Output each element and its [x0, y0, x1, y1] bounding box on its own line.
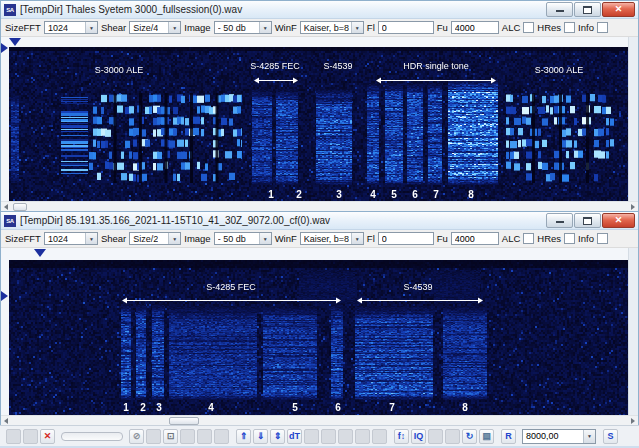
- tool-blank-3: [146, 429, 161, 444]
- tool-dt[interactable]: dT: [287, 429, 302, 444]
- fl-label: Fl: [367, 233, 375, 244]
- sa-logo-icon: SA: [4, 215, 16, 227]
- tool-blank-5: [197, 429, 212, 444]
- hres-checkbox[interactable]: [564, 233, 575, 244]
- tool-blank-2: [23, 429, 38, 444]
- minimize-icon: [556, 218, 564, 223]
- shear-select[interactable]: Size/4▼: [129, 21, 181, 34]
- image-label: Image: [184, 22, 210, 33]
- chevron-down-icon[interactable]: ▼: [351, 22, 363, 33]
- window-bottom: SA [TempDir] 85.191.35.166_2021-11-15T10…: [0, 211, 639, 425]
- winf-select[interactable]: Kaiser, b=8▼: [300, 232, 364, 245]
- freq-cursor-marker[interactable]: [1, 291, 8, 301]
- sa-logo-icon: SA: [4, 4, 16, 16]
- tool-blank-9: [338, 429, 353, 444]
- info-checkbox[interactable]: [597, 233, 608, 244]
- minimize-button[interactable]: [546, 2, 573, 17]
- fu-label: Fu: [437, 22, 448, 33]
- tool-blank-1: [6, 429, 21, 444]
- hres-label: HRes: [537, 22, 561, 33]
- fu-input[interactable]: [451, 21, 499, 34]
- window-top: SA [TempDir] Thales Syetem 3000_fullsess…: [0, 0, 639, 211]
- tool-blank-11: [372, 429, 387, 444]
- chevron-down-icon[interactable]: ▼: [583, 430, 595, 443]
- fl-label: Fl: [367, 22, 375, 33]
- right-margin: [628, 248, 638, 416]
- shear-label: Shear: [101, 233, 126, 244]
- info-label: Info: [578, 233, 594, 244]
- spectrogram-display[interactable]: [9, 47, 629, 202]
- window-title: [TempDir] Thales Syetem 3000_fullsession…: [20, 4, 546, 15]
- tool-samplerate[interactable]: 8000,00▼: [522, 429, 596, 444]
- titlebar-top[interactable]: SA [TempDir] Thales Syetem 3000_fullsess…: [1, 1, 638, 19]
- tool-frame[interactable]: ⊡: [163, 429, 178, 444]
- sizefft-select[interactable]: 1024▼: [44, 232, 98, 245]
- winf-label: WinF: [275, 233, 297, 244]
- minimize-button[interactable]: [546, 213, 573, 228]
- sizefft-label: SizeFFT: [5, 233, 41, 244]
- tool-scale-up[interactable]: ⇑: [236, 429, 251, 444]
- sizefft-select[interactable]: 1024▼: [44, 21, 98, 34]
- mdi-workspace: SA [TempDir] Thales Syetem 3000_fullsess…: [0, 0, 639, 448]
- maximize-icon: [583, 6, 592, 14]
- close-icon: ✕: [615, 5, 623, 14]
- tool-skip[interactable]: ⊘: [129, 429, 144, 444]
- chevron-down-icon[interactable]: ▼: [168, 22, 180, 33]
- tool-blank-12: [428, 429, 443, 444]
- alc-checkbox[interactable]: [523, 22, 534, 33]
- hres-checkbox[interactable]: [564, 22, 575, 33]
- tool-position-slider[interactable]: [61, 432, 123, 441]
- alc-label: ALC: [502, 233, 520, 244]
- tool-refresh[interactable]: ↻: [462, 429, 477, 444]
- freq-cursor-marker[interactable]: [1, 43, 8, 53]
- image-select[interactable]: - 50 db▼: [214, 21, 272, 34]
- toolbar-top: SizeFFT 1024▼ Shear Size/4▼ Image - 50 d…: [1, 19, 638, 37]
- chevron-down-icon[interactable]: ▼: [85, 22, 97, 33]
- tool-blank-6: [214, 429, 229, 444]
- right-margin: [628, 37, 638, 202]
- tool-iq[interactable]: IQ: [411, 429, 426, 444]
- tool-ft[interactable]: f↕: [394, 429, 409, 444]
- window-title: [TempDir] 85.191.35.166_2021-11-15T10_41…: [20, 215, 546, 226]
- fl-input[interactable]: [378, 232, 434, 245]
- tool-delete[interactable]: ✕: [40, 429, 55, 444]
- fu-input[interactable]: [451, 232, 499, 245]
- maximize-button[interactable]: [574, 213, 601, 228]
- scrollbar-thumb[interactable]: [13, 203, 27, 211]
- scrollbar-thumb[interactable]: [169, 417, 199, 425]
- chevron-down-icon[interactable]: ▼: [259, 22, 271, 33]
- chevron-down-icon[interactable]: ▼: [168, 233, 180, 244]
- winf-select[interactable]: Kaiser, b=8▼: [300, 21, 364, 34]
- winf-label: WinF: [275, 22, 297, 33]
- chevron-down-icon[interactable]: ▼: [85, 233, 97, 244]
- chevron-down-icon[interactable]: ▼: [259, 233, 271, 244]
- tool-scale-fit[interactable]: ⇕: [270, 429, 285, 444]
- fl-input[interactable]: [378, 21, 434, 34]
- close-button[interactable]: ✕: [602, 2, 635, 17]
- tool-pages[interactable]: ▤: [479, 429, 494, 444]
- tool-scale-down[interactable]: ⇓: [253, 429, 268, 444]
- sizefft-label: SizeFFT: [5, 22, 41, 33]
- spectrogram-client-bottom: [1, 248, 638, 426]
- time-cursor-marker[interactable]: [9, 38, 21, 46]
- alc-checkbox[interactable]: [523, 233, 534, 244]
- maximize-button[interactable]: [574, 2, 601, 17]
- info-checkbox[interactable]: [597, 22, 608, 33]
- time-cursor-marker[interactable]: [34, 249, 46, 257]
- fu-label: Fu: [437, 233, 448, 244]
- tool-blank-13: [445, 429, 460, 444]
- shear-label: Shear: [101, 22, 126, 33]
- titlebar-bottom[interactable]: SA [TempDir] 85.191.35.166_2021-11-15T10…: [1, 212, 638, 230]
- image-select[interactable]: - 50 db▼: [214, 232, 272, 245]
- spectrogram-display[interactable]: [9, 260, 629, 416]
- close-button[interactable]: ✕: [602, 213, 635, 228]
- tool-resample[interactable]: R: [501, 429, 516, 444]
- alc-label: ALC: [502, 22, 520, 33]
- shear-select[interactable]: Size/2▼: [129, 232, 181, 245]
- chevron-down-icon[interactable]: ▼: [351, 233, 363, 244]
- spectrogram-client-top: [1, 37, 638, 212]
- tool-spectrum[interactable]: S: [603, 429, 618, 444]
- minimize-icon: [556, 7, 564, 12]
- toolbar-bottom: SizeFFT 1024▼ Shear Size/2▼ Image - 50 d…: [1, 230, 638, 248]
- tool-blank-8: [321, 429, 336, 444]
